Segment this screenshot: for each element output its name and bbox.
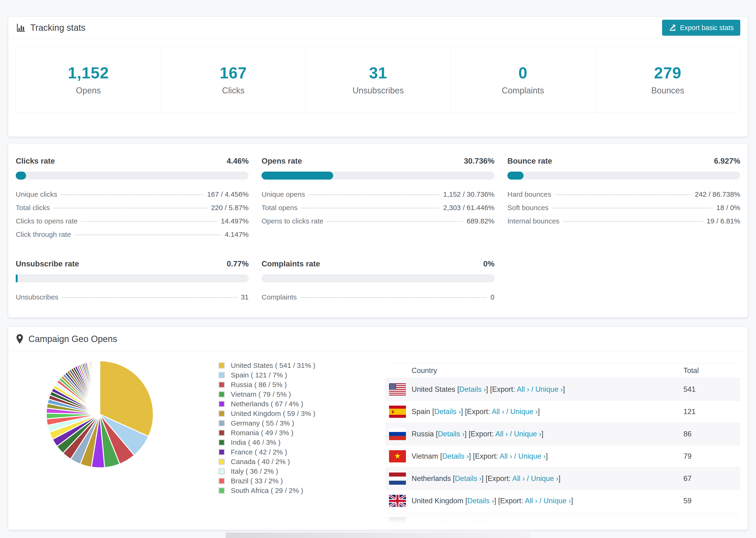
legend-color-swatch [219, 488, 225, 494]
export-unique-link[interactable]: Unique › [518, 452, 546, 460]
total-cell: 55 [683, 519, 691, 527]
export-unique-link[interactable]: Unique › [535, 385, 563, 394]
unsubscribe-rate-bar [16, 274, 249, 282]
country-row: Germany [Details ›] [Export: All › / Uni… [385, 512, 740, 530]
export-all-link[interactable]: All › [517, 385, 529, 394]
bar-chart-icon [16, 23, 26, 32]
legend-label: South Africa ( 29 / 2% ) [231, 487, 303, 495]
details-link[interactable]: Details › [434, 407, 461, 416]
total-column-header: Total [683, 366, 699, 375]
export-label: ] [Export: [472, 519, 503, 527]
opens-rate-title: Opens rate [261, 157, 302, 166]
export-all-link[interactable]: All › [500, 452, 512, 460]
rate-detail-row: Complaints0 [261, 290, 495, 304]
export-basic-stats-button[interactable]: Export basic stats [662, 20, 740, 36]
details-link[interactable]: Details › [459, 385, 486, 394]
link-separator: / [504, 407, 511, 416]
bounce-rate-block: Bounce rate 6.927% Hard bounces242 / 86.… [507, 157, 740, 241]
us-flag-icon [389, 383, 406, 396]
geo-opens-title: Campaign Geo Opens [28, 334, 117, 344]
legend-label: Spain ( 121 / 7% ) [231, 371, 287, 379]
legend-item: Germany ( 55 / 3% ) [219, 419, 315, 427]
legend-item: Romania ( 49 / 3% ) [219, 429, 315, 436]
link-separator: / [529, 385, 535, 394]
complaints-count: 0 [518, 64, 527, 82]
clicks-label: Clicks [222, 86, 244, 95]
country-row: Netherlands [Details ›] [Export: All › /… [385, 467, 740, 490]
bounces-label: Bounces [651, 86, 684, 95]
opens-label: Opens [76, 86, 101, 95]
rate-detail-row: Unique clicks167 / 4.456% [16, 188, 249, 201]
export-all-link[interactable]: All › [512, 474, 525, 483]
clicks-rate-title: Clicks rate [16, 157, 55, 166]
clicks-count: 167 [220, 64, 247, 82]
geo-table-header: Country Total [385, 363, 740, 378]
bracket-close: ] [541, 430, 544, 438]
legend-item: Netherlands ( 67 / 4% ) [219, 400, 315, 407]
opens-rate-block: Opens rate 30.736% Unique opens1,152 / 3… [261, 157, 495, 241]
bracket-close: ] [563, 385, 565, 394]
legend-label: Brazil ( 33 / 2% ) [231, 477, 283, 485]
de-flag-icon [389, 517, 406, 529]
export-unique-link[interactable]: Unique › [514, 430, 541, 438]
total-cell: 79 [683, 452, 691, 460]
export-unique-link[interactable]: Unique › [522, 519, 549, 527]
total-cell: 59 [683, 497, 691, 505]
vn-flag-icon [389, 450, 406, 462]
country-row: Russia [Details ›] [Export: All › / Uniq… [385, 423, 740, 445]
export-unique-link[interactable]: Unique › [531, 474, 558, 483]
legend-color-swatch [219, 362, 225, 368]
total-cell: 86 [683, 430, 691, 438]
bounce-rate-value: 6.927% [714, 157, 740, 166]
details-link[interactable]: Details › [467, 497, 494, 505]
legend-item: Canada ( 40 / 2% ) [219, 458, 315, 465]
rate-detail-row: Total opens2,303 / 61.446% [261, 201, 495, 214]
bounce-rate-bar-fill [507, 172, 523, 180]
rate-detail-row: Internal bounces19 / 6.81% [507, 214, 740, 228]
link-separator: / [525, 474, 531, 483]
legend-label: Russia ( 86 / 5% ) [231, 381, 287, 389]
export-all-link[interactable]: All › [503, 519, 515, 527]
page-title: Tracking stats [30, 23, 85, 33]
legend-color-swatch [219, 420, 225, 426]
stat-unsubscribes: 31 Unsubscribes [306, 46, 451, 113]
export-all-link[interactable]: All › [495, 430, 508, 438]
geo-country-table: Country Total United States [Details ›] … [385, 363, 740, 530]
es-flag-icon [389, 405, 406, 418]
unsubscribe-rate-title: Unsubscribe rate [16, 259, 79, 268]
legend-color-swatch [219, 439, 225, 446]
complaints-rate-value: 0% [483, 259, 495, 268]
unsubscribe-rate-value: 0.77% [227, 259, 249, 268]
details-link[interactable]: Details › [438, 430, 465, 438]
clicks-rate-value: 4.46% [227, 157, 249, 166]
rate-detail-row: Total clicks220 / 5.87% [16, 201, 249, 214]
link-separator: / [515, 519, 522, 527]
export-unique-link[interactable]: Unique › [544, 497, 571, 505]
country-name: Germany [ [411, 519, 446, 527]
geo-opens-card: Campaign Geo Opens United States ( 541 /… [8, 326, 748, 530]
bounce-rate-bar [507, 172, 740, 180]
map-pin-icon [16, 334, 24, 344]
legend-item: Vietnam ( 79 / 5% ) [219, 391, 315, 398]
country-cell: Germany [Details ›] [Export: All › / Uni… [411, 519, 551, 527]
clicks-rate-block: Clicks rate 4.46% Unique clicks167 / 4.4… [16, 157, 249, 241]
country-row: Vietnam [Details ›] [Export: All › / Uni… [385, 445, 740, 467]
geo-legend: United States ( 541 / 31% )Spain ( 121 /… [219, 362, 315, 497]
export-unique-link[interactable]: Unique › [510, 407, 538, 416]
complaints-rate-title: Complaints rate [261, 259, 320, 268]
rate-detail-row: Soft bounces18 / 0% [507, 201, 740, 214]
bottom-strip [226, 533, 530, 538]
clicks-rate-bar [16, 172, 249, 180]
details-link[interactable]: Details › [442, 452, 469, 460]
rate-detail-row: Click through rate4.147% [16, 228, 249, 241]
rate-detail-row: Unsubscribes31 [16, 290, 249, 304]
rate-detail-row: Clicks to opens rate14.497% [16, 214, 249, 228]
details-link[interactable]: Details › [455, 474, 482, 483]
export-all-link[interactable]: All › [492, 407, 504, 416]
country-name: Russia [ [411, 430, 438, 438]
complaints-rate-block: Complaints rate 0% Complaints0 [261, 259, 495, 304]
link-separator: / [508, 430, 514, 438]
details-link[interactable]: Details › [446, 519, 472, 527]
geo-opens-header: Campaign Geo Opens [8, 327, 748, 351]
export-all-link[interactable]: All › [525, 497, 537, 505]
